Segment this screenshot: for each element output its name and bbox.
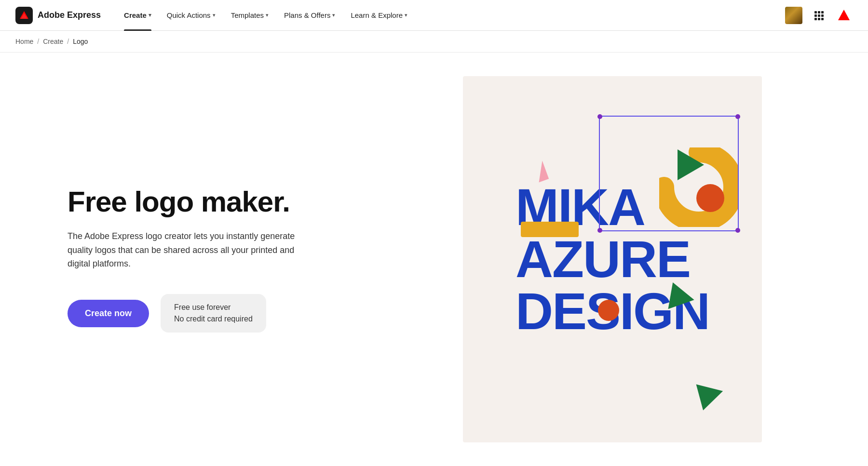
orange-bar-shape: [521, 222, 579, 237]
hero-description: The Adobe Express logo creator lets you …: [68, 229, 318, 271]
breadcrumb-current: Logo: [73, 38, 88, 45]
svg-rect-8: [814, 18, 817, 20]
selection-handle-tl: [597, 114, 602, 119]
orange-circle-shape: [696, 184, 724, 212]
avatar[interactable]: [785, 7, 802, 24]
create-now-button[interactable]: Create now: [68, 300, 149, 327]
nav-templates[interactable]: Templates ▾: [223, 0, 276, 31]
svg-rect-7: [821, 14, 824, 17]
svg-rect-3: [818, 11, 820, 13]
nav-items: Create ▾ Quick Actions ▾ Templates ▾ Pla…: [116, 0, 785, 31]
main-nav: Adobe Express Create ▾ Quick Actions ▾ T…: [0, 0, 868, 31]
chevron-down-icon: ▾: [332, 12, 335, 18]
chevron-down-icon: ▾: [405, 12, 407, 18]
hero-title: Free logo maker.: [68, 186, 328, 218]
svg-rect-4: [821, 11, 824, 13]
nav-quick-actions[interactable]: Quick Actions ▾: [159, 0, 223, 31]
breadcrumb: Home / Create / Logo: [0, 31, 868, 53]
svg-rect-6: [818, 14, 820, 17]
showcase-section: MIKA AZURE DESIGN: [366, 53, 868, 466]
selection-handle-tr: [735, 114, 740, 119]
logo-showcase: MIKA AZURE DESIGN: [463, 76, 762, 442]
svg-rect-5: [814, 14, 817, 17]
free-badge: Free use forever No credit card required: [161, 294, 266, 333]
main-content: Free logo maker. The Adobe Express logo …: [0, 53, 868, 466]
free-line2: No credit card required: [174, 313, 253, 325]
free-line1: Free use forever: [174, 302, 253, 313]
nav-create[interactable]: Create ▾: [116, 0, 159, 31]
svg-rect-9: [818, 18, 820, 20]
green-triangle-bottom-shape: [696, 378, 727, 410]
logo-link[interactable]: Adobe Express: [15, 7, 101, 24]
green-triangle-top-shape: [678, 149, 704, 180]
breadcrumb-create[interactable]: Create: [43, 38, 63, 45]
green-triangle-mid-shape: [668, 282, 697, 313]
logo-text: Adobe Express: [38, 10, 101, 20]
chevron-down-icon: ▾: [149, 12, 151, 18]
hero-actions: Create now Free use forever No credit ca…: [68, 294, 328, 333]
svg-marker-11: [838, 10, 850, 20]
nav-right: [785, 7, 853, 24]
breadcrumb-separator: /: [37, 38, 39, 45]
svg-rect-2: [814, 11, 817, 13]
chevron-down-icon: ▾: [266, 12, 269, 18]
orange-dot-mid-shape: [598, 300, 619, 321]
hero-section: Free logo maker. The Adobe Express logo …: [0, 53, 366, 466]
breadcrumb-home[interactable]: Home: [15, 38, 33, 45]
logo-line-2: AZURE: [515, 233, 709, 285]
logo-icon: [15, 7, 33, 24]
adobe-icon[interactable]: [835, 7, 853, 24]
chevron-down-icon: ▾: [213, 12, 216, 18]
nav-learn[interactable]: Learn & Explore ▾: [343, 0, 415, 31]
nav-plans[interactable]: Plans & Offers ▾: [276, 0, 343, 31]
selection-handle-br: [735, 228, 740, 233]
svg-rect-10: [821, 18, 824, 20]
apps-grid-icon[interactable]: [810, 7, 827, 24]
breadcrumb-separator: /: [67, 38, 69, 45]
